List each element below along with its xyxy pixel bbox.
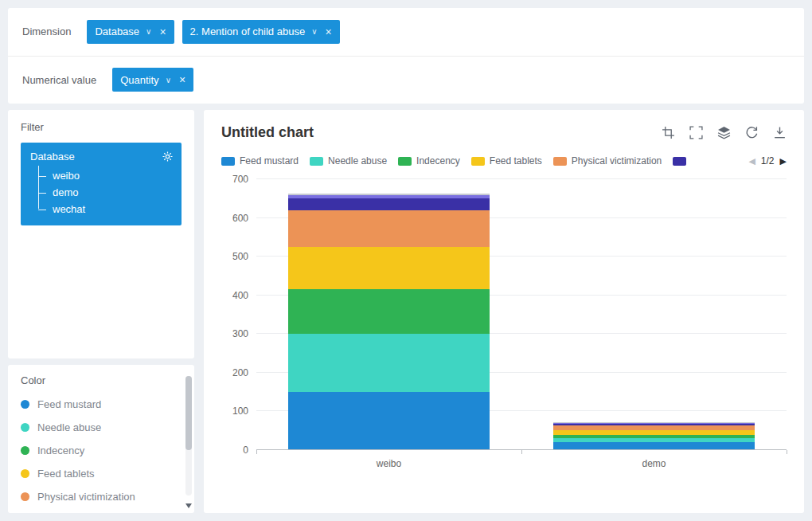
field-config-panel: Dimension Database ∨ × 2. Mention of chi… <box>8 8 804 104</box>
legend-pager: ◀ 1/2 ▶ <box>748 155 787 166</box>
legend-item[interactable]: Needle abuse <box>310 155 387 166</box>
dimension-chips: Database ∨ × 2. Mention of child abuse ∨… <box>87 20 339 44</box>
filter-panel-label: Filter <box>21 121 182 133</box>
stacked-bar-weibo[interactable] <box>288 179 490 450</box>
color-legend-item[interactable]: Feed tablets <box>21 462 182 485</box>
legend-next-icon[interactable]: ▶ <box>780 156 787 166</box>
dimension-chip-database[interactable]: Database ∨ × <box>87 20 174 44</box>
legend-prev-icon[interactable]: ◀ <box>748 156 755 166</box>
color-item-label: Needle abuse <box>37 421 101 433</box>
chip-label: Quantity <box>120 74 158 86</box>
filter-tree-root-label: Database <box>30 151 75 163</box>
y-axis-label: 300 <box>232 328 248 339</box>
bar-segment[interactable] <box>288 334 490 392</box>
main-area: Filter Database weibo demo wechat <box>8 110 804 513</box>
x-axis-label: weibo <box>288 458 490 469</box>
color-item-label: Feed tablets <box>37 468 95 480</box>
gear-icon[interactable] <box>162 151 174 163</box>
left-column: Filter Database weibo demo wechat <box>8 110 194 513</box>
bar-segment[interactable] <box>288 210 490 247</box>
chip-label: Database <box>95 25 139 37</box>
color-legend-item[interactable]: Feed mustard <box>21 393 182 416</box>
color-legend-list: Feed mustardNeedle abuseIndecencyFeed ta… <box>21 393 182 508</box>
numerical-chip-quantity[interactable]: Quantity ∨ × <box>112 68 193 92</box>
download-icon[interactable] <box>773 126 787 139</box>
color-legend-item[interactable]: Needle abuse <box>21 416 182 439</box>
legend-label: Needle abuse <box>328 155 387 166</box>
chart-body: 0100200300400500600700 <box>221 179 787 450</box>
dimension-label: Dimension <box>22 25 71 37</box>
color-item-label: Indecency <box>37 445 84 456</box>
scroll-down-arrow-icon[interactable] <box>185 503 192 508</box>
color-dot-icon <box>21 469 29 478</box>
legend-swatch <box>553 157 567 166</box>
legend-label: Feed mustard <box>240 155 299 166</box>
layers-icon[interactable] <box>717 126 731 139</box>
chevron-down-icon[interactable]: ∨ <box>311 27 317 36</box>
filter-panel: Filter Database weibo demo wechat <box>8 110 194 358</box>
close-icon[interactable]: × <box>178 73 185 86</box>
y-axis-label: 100 <box>232 405 248 417</box>
color-panel-label: Color <box>21 374 182 386</box>
close-icon[interactable]: × <box>323 25 331 38</box>
legend-item[interactable] <box>673 157 686 166</box>
scrollbar-thumb[interactable] <box>185 376 192 450</box>
legend-page-indicator: 1/2 <box>761 155 775 166</box>
y-axis-label: 600 <box>232 213 248 224</box>
legend-item[interactable]: Physical victimization <box>553 155 662 166</box>
color-dot-icon <box>21 446 29 455</box>
chevron-down-icon[interactable]: ∨ <box>146 27 151 36</box>
y-axis-label: 700 <box>232 174 248 185</box>
legend-label: Indecency <box>416 155 460 166</box>
stacked-bar-demo[interactable] <box>553 179 755 450</box>
chart-legend: Feed mustardNeedle abuseIndecencyFeed ta… <box>221 155 740 166</box>
fullscreen-icon[interactable] <box>689 126 703 139</box>
x-axis-labels: weibodemo <box>256 458 787 469</box>
gridline <box>256 449 787 450</box>
tree-item-demo[interactable]: demo <box>35 184 175 201</box>
y-axis-label: 400 <box>232 290 248 301</box>
dimension-row: Dimension Database ∨ × 2. Mention of chi… <box>8 8 804 56</box>
bar-segment[interactable] <box>288 289 490 334</box>
chart-title: Untitled chart <box>221 124 314 141</box>
legend-item[interactable]: Feed tablets <box>471 155 542 166</box>
scrollbar[interactable] <box>185 376 192 496</box>
legend-swatch <box>310 157 323 166</box>
x-axis-tick <box>521 450 522 454</box>
color-item-label: Physical victimization <box>37 491 135 503</box>
bar-segment[interactable] <box>288 392 490 450</box>
y-axis-label: 0 <box>243 445 248 456</box>
legend-label: Physical victimization <box>572 155 662 166</box>
chart-toolbar <box>662 126 787 139</box>
y-axis-label: 200 <box>232 367 248 378</box>
filter-tree-box[interactable]: Database weibo demo wechat <box>21 143 182 225</box>
y-axis-label: 500 <box>232 251 248 262</box>
legend-label: Feed tablets <box>490 155 542 166</box>
tree-item-wechat[interactable]: wechat <box>35 201 175 217</box>
numerical-value-row: Numerical value Quantity ∨ × <box>8 56 804 104</box>
color-panel: Color Feed mustardNeedle abuseIndecencyF… <box>8 365 194 513</box>
dimension-chip-mention-of-child-abuse[interactable]: 2. Mention of child abuse ∨ × <box>182 20 340 44</box>
close-icon[interactable]: × <box>158 25 166 38</box>
legend-item[interactable]: Indecency <box>398 155 460 166</box>
chip-label: 2. Mention of child abuse <box>190 25 306 37</box>
y-axis: 0100200300400500600700 <box>221 179 256 450</box>
color-legend-item[interactable]: Indecency <box>21 439 182 462</box>
filter-tree-header: Database <box>27 147 175 166</box>
refresh-icon[interactable] <box>745 126 759 139</box>
numerical-value-chips: Quantity ∨ × <box>112 68 193 92</box>
chart-header: Untitled chart <box>221 124 787 141</box>
plot-area <box>256 179 787 450</box>
bar-segment[interactable] <box>288 247 490 289</box>
chevron-down-icon[interactable]: ∨ <box>166 76 171 84</box>
x-axis-tick <box>787 450 787 454</box>
color-item-label: Feed mustard <box>37 398 101 410</box>
crop-icon[interactable] <box>662 126 675 139</box>
legend-item[interactable]: Feed mustard <box>221 155 299 166</box>
page: Dimension Database ∨ × 2. Mention of chi… <box>0 0 812 521</box>
tree-item-weibo[interactable]: weibo <box>35 167 175 184</box>
color-dot-icon <box>21 423 29 432</box>
color-dot-icon <box>21 400 29 409</box>
color-legend-item[interactable]: Physical victimization <box>21 485 182 508</box>
bar-segment[interactable] <box>288 198 490 210</box>
